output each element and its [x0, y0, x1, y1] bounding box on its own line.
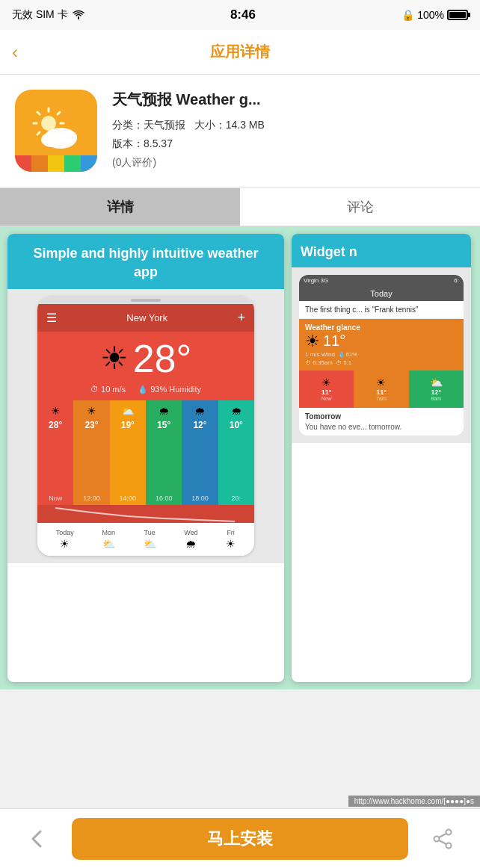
add-icon: + [237, 310, 245, 326]
nav-back-button[interactable]: ‹ [12, 42, 18, 63]
status-right: 🔒 100% [401, 9, 468, 21]
screenshot-card-1: Simple and highly intuitive weather app … [7, 234, 284, 682]
notification-row: The first thing c... is "Frank tennis" [299, 301, 464, 319]
sc1-header: Simple and highly intuitive weather app [7, 234, 284, 289]
app-icon [15, 90, 97, 172]
status-left: 无效 SIM 卡 [12, 8, 84, 22]
wmb2-icon: ☀ [376, 376, 386, 388]
tabs-section: 详情 评论 [0, 187, 480, 226]
phone-speaker [131, 299, 161, 302]
forecast-time-5: 18:00 [191, 495, 209, 505]
forecast-icon-5: 🌧 [194, 405, 205, 417]
menu-icon: ☰ [46, 311, 57, 325]
forecast-icon-4: 🌧 [159, 405, 169, 417]
wmb-3: ⛅ 12° 8am [409, 371, 464, 408]
weekly-row: Today ☀ Mon ⛅ Tue ⛅ [42, 529, 250, 550]
widget-temp-row: ☀ 11° [305, 332, 458, 351]
forecast-time-6: 20: [232, 495, 241, 505]
widget-sun-icon: ☀ [305, 332, 320, 351]
status-time: 8:46 [230, 7, 256, 22]
sc2-phone-wrapper: Virgin 3G 6: Today The first thing c... … [292, 267, 471, 443]
humidity: 💧 93% Humidity [138, 385, 201, 394]
forecast-icon-6: 🌧 [231, 405, 241, 417]
svg-point-11 [59, 131, 77, 143]
weekly-section: Today ☀ Mon ⛅ Tue ⛅ [37, 523, 254, 556]
forecast-temp-2: 23° [84, 420, 98, 430]
app-icon-color-bars [15, 155, 97, 172]
screenshot-card-2: Widget n Virgin 3G 6: Today The first th… [292, 234, 471, 682]
nav-title: 应用详情 [210, 42, 270, 62]
phone-mock-1: ☰ New York + ☀ 28° ⏱ 10 m/s 💧 93% Humidi… [37, 297, 254, 556]
tab-reviews[interactable]: 评论 [240, 188, 480, 226]
svg-point-12 [446, 829, 452, 834]
svg-line-16 [439, 840, 446, 844]
tomorrow-title: Tomorrow [305, 412, 458, 421]
tomorrow-section: Tomorrow You have no eve... tomorrow. [299, 408, 464, 435]
widget-details: 1 m/s Wind 💧61% [305, 351, 458, 358]
wmb1-icon: ☀ [321, 376, 331, 388]
widget-weather-app: Weather glance ☀ 11° 1 m/s Wind 💧61% ⏱ 6… [299, 319, 464, 371]
weekly-item-3: Tue ⛅ [144, 529, 156, 550]
forecast-time-2: 12:00 [83, 495, 100, 505]
install-button[interactable]: 马上安装 [72, 818, 408, 860]
forecast-bar-3: ⛅ 19° 14:00 [110, 400, 146, 505]
forecast-bar-2: ☀ 23° 12:00 [73, 400, 109, 505]
weekly-item-1: Today ☀ [56, 529, 74, 550]
wmb3-icon: ⛅ [430, 376, 443, 388]
forecast-temp-4: 15° [157, 420, 170, 430]
sc2-header: Widget n [292, 234, 471, 267]
screenshots-section: Simple and highly intuitive weather app … [0, 226, 480, 689]
status-bar: 无效 SIM 卡 8:46 🔒 100% [0, 0, 480, 30]
forecast-temp-6: 10° [230, 420, 243, 430]
weekly-item-5: Fri ☀ [226, 529, 236, 550]
wmb-2: ☀ 11° 7am [354, 371, 408, 408]
weather-app-icon-svg [26, 107, 86, 155]
share-button[interactable] [423, 819, 462, 858]
forecast-time-4: 16:00 [156, 495, 173, 505]
widget-mini-bars: ☀ 11° Now ☀ 11° 7am ⛅ 12° 8am [299, 371, 464, 408]
sun-icon: ☀ [100, 340, 129, 376]
bottom-bar: 马上安装 [0, 808, 480, 868]
widget-times: ⏱ 6:35am ⏱ 5:1 [305, 359, 458, 366]
svg-point-10 [41, 132, 62, 147]
forecast-bar-5: 🌧 12° 18:00 [182, 400, 218, 505]
footer-url: http://www.hackhome.com/[●●●●]●s [348, 796, 480, 807]
weekly-item-2: Mon ⛅ [102, 529, 115, 550]
forecast-bars: ☀ 28° Now ☀ 23° 12:00 ⛅ 19° [37, 400, 254, 505]
battery-percent: 100% [417, 9, 444, 21]
svg-line-7 [58, 112, 60, 114]
nav-bar: ‹ 应用详情 [0, 30, 480, 75]
forecast-temp-1: 28° [49, 420, 62, 430]
app-icon-container [15, 90, 97, 172]
carrier-label: 无效 SIM 卡 [12, 8, 68, 22]
app-details: 天气预报 Weather g... 分类：天气预报 大小：14.3 MB 版本：… [112, 90, 465, 173]
sc2-phone-inner: Virgin 3G 6: Today The first thing c... … [299, 275, 464, 435]
app-version: 版本：8.5.37 [112, 134, 465, 153]
forecast-icon-1: ☀ [51, 405, 61, 417]
weather-app-ui: ☰ New York + ☀ 28° ⏱ 10 m/s 💧 93% Humidi… [37, 304, 254, 523]
weekly-item-4: Wed 🌧 [184, 529, 197, 550]
forecast-temp-5: 12° [193, 420, 206, 430]
forecast-bar-4: 🌧 15° 16:00 [146, 400, 182, 505]
app-category: 分类：天气预报 大小：14.3 MB [112, 116, 465, 134]
forecast-time-1: Now [49, 495, 62, 505]
forecast-icon-3: ⛅ [121, 405, 134, 417]
app-ratings: (0人评价) [112, 153, 465, 172]
tomorrow-text: You have no eve... tomorrow. [305, 423, 458, 431]
widget-app-title: Weather glance [305, 323, 458, 332]
wifi-icon [73, 9, 84, 22]
widget-temperature: 11° [323, 332, 345, 350]
svg-point-0 [41, 116, 56, 131]
app-info-section: 天气预报 Weather g... 分类：天气预报 大小：14.3 MB 版本：… [0, 75, 480, 187]
svg-point-13 [434, 836, 440, 841]
bottom-back-button[interactable] [18, 819, 57, 858]
forecast-time-3: 14:00 [120, 495, 137, 505]
city-name: New York [126, 312, 167, 323]
sc1-phone-wrapper: ☰ New York + ☀ 28° ⏱ 10 m/s 💧 93% Humidi… [7, 289, 284, 563]
svg-line-5 [37, 112, 40, 114]
widget-title-bar: Today [299, 286, 464, 301]
forecast-bar-1: ☀ 28° Now [37, 400, 73, 505]
tab-details[interactable]: 详情 [0, 188, 240, 226]
svg-line-15 [439, 834, 446, 837]
wind-speed: ⏱ 10 m/s [90, 385, 126, 394]
